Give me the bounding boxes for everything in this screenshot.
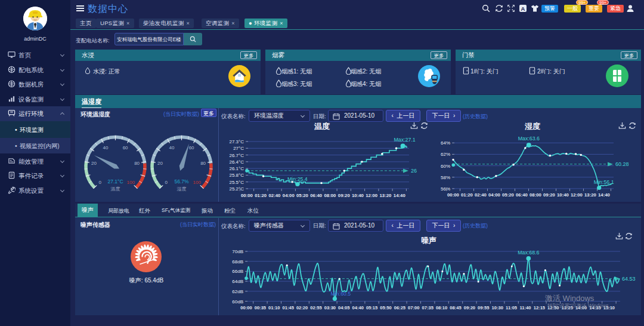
svg-text:80: 80 <box>134 161 140 166</box>
svg-text:26.4°C: 26.4°C <box>229 159 244 165</box>
svg-text:00:00: 00:00 <box>241 193 253 198</box>
svg-text:66dB: 66dB <box>232 269 243 274</box>
svg-text:05:20: 05:20 <box>502 192 515 198</box>
svg-text:01:45: 01:45 <box>282 305 294 310</box>
svg-text:60.28: 60.28 <box>615 161 629 167</box>
svg-text:11:40: 11:40 <box>519 305 531 310</box>
svg-text:06:40: 06:40 <box>310 193 323 198</box>
svg-text:01:20: 01:20 <box>461 192 473 198</box>
svg-text:05:15: 05:15 <box>366 305 378 310</box>
svg-text:60dB: 60dB <box>232 299 243 305</box>
svg-text:08:00: 08:00 <box>324 193 337 198</box>
svg-text:06:25: 06:25 <box>394 305 406 310</box>
svg-text:A: A <box>521 5 525 12</box>
svg-text:09:20: 09:20 <box>464 305 475 310</box>
svg-text:60%: 60% <box>441 164 450 169</box>
svg-text:05:50: 05:50 <box>380 305 391 310</box>
svg-text:62%: 62% <box>441 152 450 157</box>
svg-text:70dB: 70dB <box>232 249 243 254</box>
svg-text:Min:60.5: Min:60.5 <box>331 291 351 297</box>
svg-text:25.5°C: 25.5°C <box>229 180 244 185</box>
svg-text:00:00: 00:00 <box>240 305 252 310</box>
svg-text:00:00: 00:00 <box>447 192 460 198</box>
svg-text:26.7°C: 26.7°C <box>229 153 244 158</box>
svg-text:64dB: 64dB <box>232 279 243 284</box>
svg-text:40: 40 <box>103 145 108 150</box>
svg-text:Max:68.6: Max:68.6 <box>518 250 539 256</box>
svg-text:04:00: 04:00 <box>283 193 295 198</box>
svg-text:20: 20 <box>91 161 97 166</box>
svg-text:11:05: 11:05 <box>506 305 518 310</box>
svg-text:20: 20 <box>157 161 163 166</box>
svg-text:08:00: 08:00 <box>530 192 542 198</box>
svg-text:27.3°C: 27.3°C <box>229 139 244 144</box>
svg-text:58%: 58% <box>441 175 450 180</box>
svg-text:27°C: 27°C <box>233 146 244 151</box>
svg-text:14:40: 14:40 <box>598 192 611 198</box>
svg-text:56.7%: 56.7% <box>174 179 189 184</box>
svg-text:26.1°C: 26.1°C <box>229 166 244 171</box>
svg-text:06:40: 06:40 <box>516 192 528 198</box>
svg-text:09:20: 09:20 <box>543 192 556 198</box>
svg-text:05:20: 05:20 <box>296 193 309 198</box>
svg-text:56%: 56% <box>441 186 450 192</box>
svg-text:100: 100 <box>127 180 135 185</box>
svg-text:01:10: 01:10 <box>268 305 280 310</box>
svg-text:10:40: 10:40 <box>352 193 364 198</box>
svg-text:07:00: 07:00 <box>408 305 419 310</box>
svg-text:64%: 64% <box>441 140 450 146</box>
svg-text:68dB: 68dB <box>232 259 243 265</box>
svg-text:湿度: 湿度 <box>177 186 187 192</box>
svg-text:10:30: 10:30 <box>491 305 503 310</box>
svg-text:09:20: 09:20 <box>338 193 351 198</box>
svg-text:03:30: 03:30 <box>324 305 336 310</box>
svg-text:Min:25.4: Min:25.4 <box>287 176 308 182</box>
svg-text:12:00: 12:00 <box>366 193 378 198</box>
svg-text:04:40: 04:40 <box>352 305 363 310</box>
svg-text:08:10: 08:10 <box>436 305 447 310</box>
svg-text:62dB: 62dB <box>232 289 243 294</box>
svg-text:02:55: 02:55 <box>310 305 322 310</box>
svg-text:02:40: 02:40 <box>475 192 487 198</box>
svg-text:25.8°C: 25.8°C <box>229 173 244 178</box>
svg-text:Min:56.1: Min:56.1 <box>594 179 614 185</box>
svg-text:08:45: 08:45 <box>450 305 462 310</box>
svg-text:40: 40 <box>169 145 174 150</box>
svg-text:60: 60 <box>123 145 128 150</box>
svg-text:04:00: 04:00 <box>488 192 501 198</box>
svg-text:0: 0 <box>165 180 168 185</box>
svg-text:13:20: 13:20 <box>380 193 392 198</box>
svg-text:12:00: 12:00 <box>571 192 583 198</box>
svg-text:26: 26 <box>411 168 417 174</box>
svg-text:12:15: 12:15 <box>534 305 546 310</box>
svg-text:27.1°C: 27.1°C <box>107 179 123 184</box>
svg-text:13:20: 13:20 <box>584 192 597 198</box>
svg-text:07:35: 07:35 <box>422 305 434 310</box>
svg-text:80: 80 <box>200 161 206 166</box>
svg-text:0: 0 <box>98 180 101 185</box>
svg-text:25.2°C: 25.2°C <box>229 186 244 192</box>
svg-text:09:55: 09:55 <box>478 305 490 310</box>
svg-text:02:40: 02:40 <box>269 193 281 198</box>
svg-text:64.53: 64.53 <box>622 276 636 282</box>
svg-text:00:35: 00:35 <box>255 305 267 310</box>
svg-text:10:40: 10:40 <box>557 192 569 198</box>
svg-text:Max:63.6: Max:63.6 <box>518 136 540 142</box>
svg-text:04:05: 04:05 <box>338 305 350 310</box>
svg-text:01:20: 01:20 <box>255 193 267 198</box>
svg-text:温度: 温度 <box>111 186 120 192</box>
svg-text:02:20: 02:20 <box>296 305 308 310</box>
svg-text:100: 100 <box>193 180 202 185</box>
svg-text:60: 60 <box>189 145 194 150</box>
svg-text:Max:27.1: Max:27.1 <box>394 137 416 143</box>
svg-text:14:40: 14:40 <box>394 193 406 198</box>
